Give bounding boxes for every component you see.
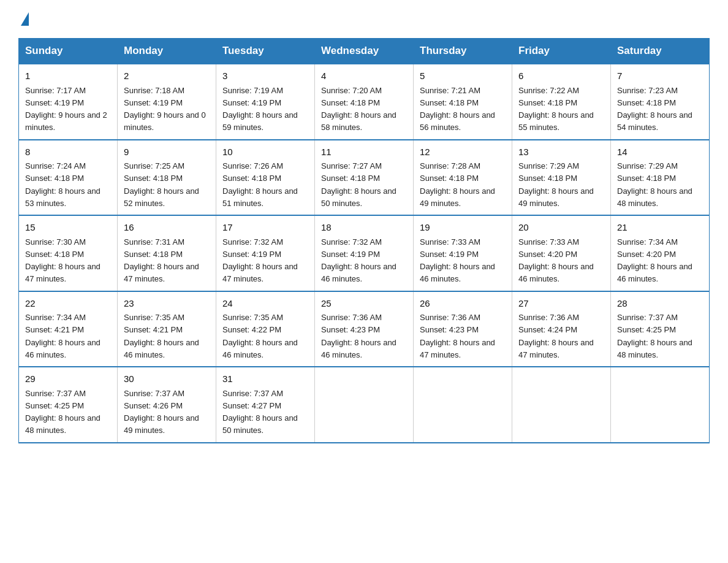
day-number: 2 <box>124 69 210 83</box>
day-number: 6 <box>518 69 604 83</box>
day-number: 1 <box>25 69 111 83</box>
calendar-cell: 8Sunrise: 7:24 AMSunset: 4:18 PMDaylight… <box>19 140 118 216</box>
calendar-cell: 29Sunrise: 7:37 AMSunset: 4:25 PMDayligh… <box>19 367 118 443</box>
calendar-cell: 24Sunrise: 7:35 AMSunset: 4:22 PMDayligh… <box>216 291 315 367</box>
week-row-4: 22Sunrise: 7:34 AMSunset: 4:21 PMDayligh… <box>19 291 710 367</box>
day-info: Sunrise: 7:23 AMSunset: 4:18 PMDaylight:… <box>617 86 692 132</box>
calendar-cell <box>315 367 414 443</box>
header-friday: Friday <box>512 39 611 64</box>
calendar-cell: 15Sunrise: 7:30 AMSunset: 4:18 PMDayligh… <box>19 215 118 291</box>
header-saturday: Saturday <box>611 39 710 64</box>
day-info: Sunrise: 7:33 AMSunset: 4:20 PMDaylight:… <box>518 237 594 284</box>
calendar-cell: 23Sunrise: 7:35 AMSunset: 4:21 PMDayligh… <box>118 291 216 367</box>
calendar-cell: 7Sunrise: 7:23 AMSunset: 4:18 PMDaylight… <box>611 64 710 140</box>
calendar-cell: 10Sunrise: 7:26 AMSunset: 4:18 PMDayligh… <box>216 140 315 216</box>
day-info: Sunrise: 7:26 AMSunset: 4:18 PMDaylight:… <box>222 161 298 208</box>
calendar-cell <box>611 367 710 443</box>
calendar-cell: 14Sunrise: 7:29 AMSunset: 4:18 PMDayligh… <box>611 140 710 216</box>
calendar-cell: 1Sunrise: 7:17 AMSunset: 4:19 PMDaylight… <box>19 64 118 140</box>
day-info: Sunrise: 7:32 AMSunset: 4:19 PMDaylight:… <box>321 237 396 284</box>
calendar-cell: 3Sunrise: 7:19 AMSunset: 4:19 PMDaylight… <box>216 64 315 140</box>
week-row-5: 29Sunrise: 7:37 AMSunset: 4:25 PMDayligh… <box>19 367 710 443</box>
day-info: Sunrise: 7:29 AMSunset: 4:18 PMDaylight:… <box>518 161 594 208</box>
day-info: Sunrise: 7:34 AMSunset: 4:20 PMDaylight:… <box>617 237 692 284</box>
logo-triangle-icon <box>21 12 29 26</box>
calendar-cell: 18Sunrise: 7:32 AMSunset: 4:19 PMDayligh… <box>315 215 414 291</box>
calendar-cell: 31Sunrise: 7:37 AMSunset: 4:27 PMDayligh… <box>216 367 315 443</box>
day-info: Sunrise: 7:32 AMSunset: 4:19 PMDaylight:… <box>222 237 298 284</box>
logo-blue-text <box>18 12 29 27</box>
day-info: Sunrise: 7:19 AMSunset: 4:19 PMDaylight:… <box>222 86 298 132</box>
day-number: 19 <box>420 221 506 235</box>
day-info: Sunrise: 7:35 AMSunset: 4:22 PMDaylight:… <box>222 313 298 359</box>
day-info: Sunrise: 7:17 AMSunset: 4:19 PMDaylight:… <box>25 86 107 132</box>
day-info: Sunrise: 7:22 AMSunset: 4:18 PMDaylight:… <box>518 86 594 132</box>
day-number: 27 <box>518 297 604 311</box>
calendar-cell: 4Sunrise: 7:20 AMSunset: 4:18 PMDaylight… <box>315 64 414 140</box>
day-number: 21 <box>617 221 703 235</box>
day-info: Sunrise: 7:24 AMSunset: 4:18 PMDaylight:… <box>25 161 100 208</box>
day-info: Sunrise: 7:35 AMSunset: 4:21 PMDaylight:… <box>124 313 199 359</box>
calendar-cell: 9Sunrise: 7:25 AMSunset: 4:18 PMDaylight… <box>118 140 216 216</box>
day-info: Sunrise: 7:37 AMSunset: 4:25 PMDaylight:… <box>25 389 100 435</box>
day-number: 16 <box>124 221 210 235</box>
week-row-2: 8Sunrise: 7:24 AMSunset: 4:18 PMDaylight… <box>19 140 710 216</box>
calendar-cell: 20Sunrise: 7:33 AMSunset: 4:20 PMDayligh… <box>512 215 611 291</box>
day-number: 29 <box>25 372 111 386</box>
calendar-cell: 17Sunrise: 7:32 AMSunset: 4:19 PMDayligh… <box>216 215 315 291</box>
weekday-header-row: SundayMondayTuesdayWednesdayThursdayFrid… <box>19 39 710 64</box>
day-info: Sunrise: 7:34 AMSunset: 4:21 PMDaylight:… <box>25 313 100 359</box>
day-info: Sunrise: 7:25 AMSunset: 4:18 PMDaylight:… <box>124 161 199 208</box>
day-info: Sunrise: 7:36 AMSunset: 4:23 PMDaylight:… <box>321 313 396 359</box>
day-info: Sunrise: 7:36 AMSunset: 4:23 PMDaylight:… <box>420 313 495 359</box>
day-info: Sunrise: 7:33 AMSunset: 4:19 PMDaylight:… <box>420 237 495 284</box>
calendar-cell: 5Sunrise: 7:21 AMSunset: 4:18 PMDaylight… <box>414 64 512 140</box>
header-monday: Monday <box>118 39 216 64</box>
calendar-table: SundayMondayTuesdayWednesdayThursdayFrid… <box>18 38 710 443</box>
calendar-cell: 30Sunrise: 7:37 AMSunset: 4:26 PMDayligh… <box>118 367 216 443</box>
calendar-cell: 27Sunrise: 7:36 AMSunset: 4:24 PMDayligh… <box>512 291 611 367</box>
day-number: 13 <box>518 145 604 159</box>
day-number: 18 <box>321 221 407 235</box>
day-number: 8 <box>25 145 111 159</box>
header-sunday: Sunday <box>19 39 118 64</box>
day-info: Sunrise: 7:31 AMSunset: 4:18 PMDaylight:… <box>124 237 199 284</box>
calendar-cell: 13Sunrise: 7:29 AMSunset: 4:18 PMDayligh… <box>512 140 611 216</box>
day-info: Sunrise: 7:30 AMSunset: 4:18 PMDaylight:… <box>25 237 100 284</box>
day-number: 4 <box>321 69 407 83</box>
day-info: Sunrise: 7:37 AMSunset: 4:26 PMDaylight:… <box>124 389 199 435</box>
calendar-cell: 19Sunrise: 7:33 AMSunset: 4:19 PMDayligh… <box>414 215 512 291</box>
calendar-cell <box>414 367 512 443</box>
day-info: Sunrise: 7:36 AMSunset: 4:24 PMDaylight:… <box>518 313 594 359</box>
day-number: 7 <box>617 69 703 83</box>
day-number: 26 <box>420 297 506 311</box>
week-row-1: 1Sunrise: 7:17 AMSunset: 4:19 PMDaylight… <box>19 64 710 140</box>
week-row-3: 15Sunrise: 7:30 AMSunset: 4:18 PMDayligh… <box>19 215 710 291</box>
day-info: Sunrise: 7:27 AMSunset: 4:18 PMDaylight:… <box>321 161 396 208</box>
day-number: 9 <box>124 145 210 159</box>
day-number: 3 <box>222 69 308 83</box>
day-info: Sunrise: 7:37 AMSunset: 4:25 PMDaylight:… <box>617 313 692 359</box>
header-tuesday: Tuesday <box>216 39 315 64</box>
day-number: 31 <box>222 372 308 386</box>
calendar-cell: 2Sunrise: 7:18 AMSunset: 4:19 PMDaylight… <box>118 64 216 140</box>
day-number: 5 <box>420 69 506 83</box>
day-number: 12 <box>420 145 506 159</box>
day-number: 10 <box>222 145 308 159</box>
day-info: Sunrise: 7:29 AMSunset: 4:18 PMDaylight:… <box>617 161 692 208</box>
logo <box>18 12 29 27</box>
calendar-cell: 16Sunrise: 7:31 AMSunset: 4:18 PMDayligh… <box>118 215 216 291</box>
day-number: 28 <box>617 297 703 311</box>
day-info: Sunrise: 7:20 AMSunset: 4:18 PMDaylight:… <box>321 86 396 132</box>
day-info: Sunrise: 7:37 AMSunset: 4:27 PMDaylight:… <box>222 389 298 435</box>
day-number: 15 <box>25 221 111 235</box>
day-number: 24 <box>222 297 308 311</box>
day-info: Sunrise: 7:18 AMSunset: 4:19 PMDaylight:… <box>124 86 206 132</box>
header-wednesday: Wednesday <box>315 39 414 64</box>
day-number: 20 <box>518 221 604 235</box>
day-number: 17 <box>222 221 308 235</box>
calendar-cell: 6Sunrise: 7:22 AMSunset: 4:18 PMDaylight… <box>512 64 611 140</box>
day-number: 11 <box>321 145 407 159</box>
day-number: 30 <box>124 372 210 386</box>
calendar-cell: 12Sunrise: 7:28 AMSunset: 4:18 PMDayligh… <box>414 140 512 216</box>
